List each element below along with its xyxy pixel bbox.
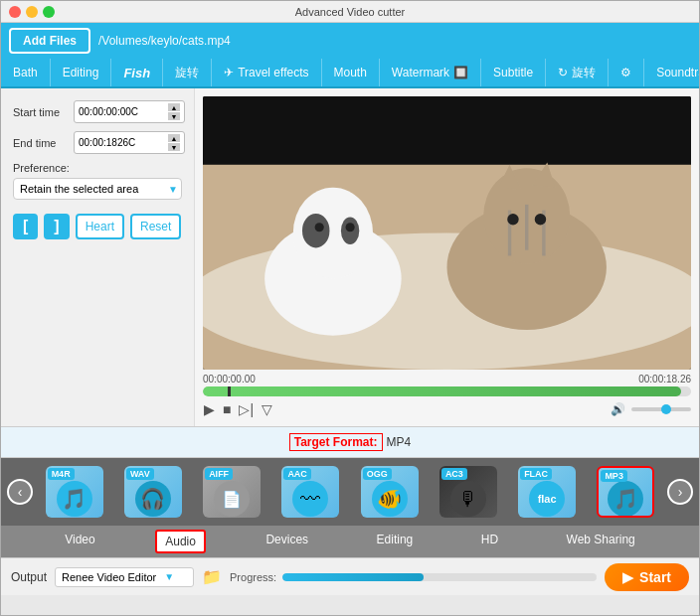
maximize-button[interactable] bbox=[43, 6, 55, 18]
start-time-field[interactable] bbox=[79, 106, 168, 117]
format-badge-flac: FLAC bbox=[520, 468, 552, 480]
tab-subtitle[interactable]: Subtitle bbox=[481, 59, 546, 86]
mark-out-button[interactable]: ] bbox=[44, 214, 69, 239]
end-time-down[interactable]: ▼ bbox=[168, 143, 180, 151]
step-forward-button[interactable]: ▷| bbox=[238, 400, 255, 418]
format-item-m4r[interactable]: M4R 🎵 bbox=[45, 466, 104, 518]
video-frame bbox=[203, 96, 691, 370]
format-item-flac[interactable]: FLAC flac bbox=[517, 466, 577, 518]
timeline-progress bbox=[203, 386, 681, 396]
tab-fish-label: Fish bbox=[123, 66, 150, 80]
end-time-up[interactable]: ▲ bbox=[168, 134, 180, 142]
start-time-input-wrap: ▲ ▼ bbox=[74, 100, 185, 123]
format-item-ac3[interactable]: AC3 🎙 bbox=[438, 466, 498, 518]
volume-icon: 🔊 bbox=[611, 402, 625, 416]
title-bar: Advanced Video cutter bbox=[1, 1, 699, 23]
format-tab-audio[interactable]: Audio bbox=[155, 530, 206, 553]
format-item-mp3[interactable]: MP3 🎵 bbox=[596, 466, 655, 518]
tab-rotate1-label: 旋转 bbox=[175, 65, 199, 81]
svg-point-5 bbox=[302, 214, 330, 247]
preference-select[interactable]: Retain the selected area Delete the sele… bbox=[13, 178, 182, 200]
left-panel: Start time ▲ ▼ End time ▲ ▼ Preference: bbox=[1, 88, 195, 426]
format-tab-video[interactable]: Video bbox=[57, 530, 102, 553]
svg-point-7 bbox=[315, 223, 324, 231]
format-item-aac[interactable]: AAC 〰 bbox=[280, 466, 340, 518]
preference-select-wrap: Retain the selected area Delete the sele… bbox=[13, 178, 182, 200]
format-img-flac: flac bbox=[529, 481, 565, 517]
play-button[interactable]: ▶ bbox=[203, 400, 216, 418]
format-badge-aiff: AIFF bbox=[205, 468, 233, 480]
carousel-prev-button[interactable]: ‹ bbox=[7, 479, 33, 505]
format-badge-ac3: AC3 bbox=[441, 468, 467, 480]
format-tab-hd[interactable]: HD bbox=[473, 530, 506, 553]
timeline-bar[interactable] bbox=[203, 386, 691, 396]
format-tab-editing[interactable]: Editing bbox=[369, 530, 422, 553]
watermark-icon: 🔲 bbox=[453, 66, 468, 79]
nav-tabs: Bath Editing Fish 旋转 ✈ Travel effects Mo… bbox=[1, 59, 699, 88]
volume-slider[interactable] bbox=[631, 407, 691, 411]
format-tabs: Video Audio Devices Editing HD Web Shari… bbox=[1, 526, 699, 557]
start-button[interactable]: ▶ Start bbox=[605, 563, 689, 591]
heart-button[interactable]: Heart bbox=[76, 214, 124, 239]
tab-bath[interactable]: Bath bbox=[1, 59, 51, 86]
format-icon-ogg: OGG 🐠 bbox=[361, 466, 419, 518]
timeline-thumb bbox=[228, 386, 231, 396]
minimize-button[interactable] bbox=[26, 6, 38, 18]
step-back-button[interactable]: ▽ bbox=[261, 400, 273, 418]
format-item-aiff[interactable]: AIFF 📄 bbox=[202, 466, 262, 518]
output-folder-button[interactable]: 📁 bbox=[202, 567, 222, 586]
tab-soundtrack[interactable]: Soundtracks bbox=[644, 59, 700, 86]
format-img-ogg: 🐠 bbox=[372, 481, 408, 517]
tab-editing[interactable]: Editing bbox=[51, 59, 112, 86]
start-time-down[interactable]: ▼ bbox=[168, 112, 180, 120]
format-item-wav[interactable]: WAV 🎧 bbox=[123, 466, 183, 518]
end-time-label: End time bbox=[13, 137, 68, 149]
format-img-m4r: 🎵 bbox=[57, 481, 92, 517]
start-icon: ▶ bbox=[622, 569, 633, 585]
format-img-wav: 🎧 bbox=[135, 481, 171, 517]
window-controls bbox=[9, 6, 55, 18]
tab-rotate2[interactable]: ↻ 旋转 bbox=[546, 59, 609, 86]
format-img-aiff: 📄 bbox=[214, 481, 250, 517]
target-format-value: MP4 bbox=[387, 435, 412, 449]
tab-mouth[interactable]: Mouth bbox=[322, 59, 380, 86]
mark-in-button[interactable]: [ bbox=[13, 214, 38, 239]
format-icon-m4r: M4R 🎵 bbox=[46, 466, 103, 518]
tab-travel[interactable]: ✈ Travel effects bbox=[212, 59, 321, 86]
tab-watermark[interactable]: Watermark 🔲 bbox=[380, 59, 481, 86]
tab-editing-label: Editing bbox=[63, 66, 99, 79]
add-files-button[interactable]: Add Files bbox=[9, 28, 90, 54]
format-item-ogg[interactable]: OGG 🐠 bbox=[360, 466, 420, 518]
file-bar: Add Files /Volumes/keylo/cats.mp4 bbox=[1, 23, 699, 59]
settings-icon: ⚙ bbox=[620, 66, 631, 79]
format-icon-aac: AAC 〰 bbox=[281, 466, 339, 518]
tab-watermark-label: Watermark bbox=[392, 66, 449, 79]
svg-point-8 bbox=[346, 223, 355, 231]
tab-bath-label: Bath bbox=[13, 66, 38, 79]
tab-travel-icon: ✈ bbox=[224, 66, 234, 79]
format-tab-web[interactable]: Web Sharing bbox=[559, 530, 643, 553]
stop-button[interactable]: ■ bbox=[222, 400, 232, 418]
folder-icon: 📁 bbox=[202, 568, 222, 585]
format-items-list: M4R 🎵 WAV 🎧 AIFF 📄 bbox=[39, 466, 661, 518]
progress-label: Progress: bbox=[230, 571, 276, 583]
tab-fish[interactable]: Fish bbox=[111, 59, 163, 86]
timeline-area: 00:00:00.00 00:00:18.26 ▶ ■ ▷| ▽ 🔊 bbox=[203, 370, 691, 418]
file-path: /Volumes/keylo/cats.mp4 bbox=[98, 34, 231, 48]
video-container bbox=[203, 96, 691, 370]
format-badge-aac: AAC bbox=[283, 468, 311, 480]
end-time-input-wrap: ▲ ▼ bbox=[74, 131, 185, 154]
main-area: Start time ▲ ▼ End time ▲ ▼ Preference: bbox=[1, 88, 699, 426]
reset-button[interactable]: Reset bbox=[130, 214, 181, 239]
carousel-next-button[interactable]: › bbox=[667, 479, 693, 505]
svg-point-14 bbox=[507, 214, 518, 225]
end-time-field[interactable] bbox=[79, 137, 168, 148]
format-badge-m4r: M4R bbox=[48, 468, 75, 480]
close-button[interactable] bbox=[9, 6, 21, 18]
tab-settings[interactable]: ⚙ bbox=[609, 59, 644, 86]
start-time-up[interactable]: ▲ bbox=[168, 103, 180, 111]
format-img-ac3: 🎙 bbox=[450, 481, 486, 517]
format-tab-devices[interactable]: Devices bbox=[258, 530, 316, 553]
format-badge-mp3: MP3 bbox=[601, 470, 627, 482]
tab-rotate1[interactable]: 旋转 bbox=[163, 59, 212, 86]
